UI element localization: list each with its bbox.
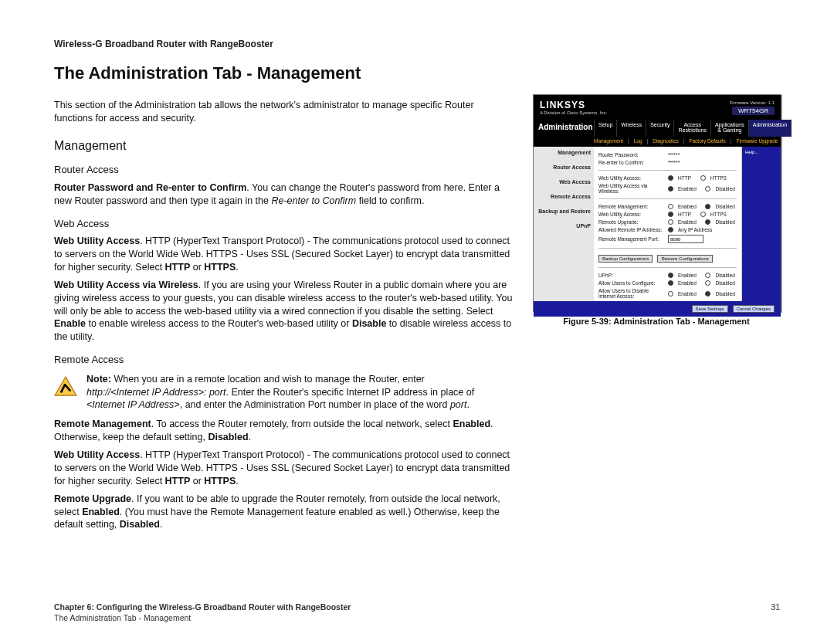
router-body: Management Router Access Web Access Remo… <box>534 147 781 301</box>
text: . <box>466 399 469 410</box>
radio-icon[interactable] <box>668 273 673 278</box>
radio-icon[interactable] <box>705 186 710 192</box>
opt-disabled: Disabled <box>715 280 734 286</box>
text: , and enter the Administration Port numb… <box>180 399 450 410</box>
bold-text: Enabled <box>453 419 490 429</box>
product-header: Wireless-G Broadband Router with RangeBo… <box>54 39 780 49</box>
tab-setup[interactable]: Setup <box>594 120 616 137</box>
router-nav: Administration Setup Wireless Security A… <box>534 120 781 137</box>
port-input[interactable] <box>668 235 703 243</box>
opt-enabled: Enabled <box>678 219 697 225</box>
value-reenter: ****** <box>668 160 680 165</box>
subtab-log[interactable]: Log <box>634 138 642 144</box>
bold-text: Remote Upgrade <box>54 493 131 504</box>
bold-text: HTTPS <box>204 476 236 486</box>
side-web-access: Web Access <box>537 179 591 185</box>
opt-enabled: Enabled <box>678 280 697 286</box>
router-tabs: Setup Wireless Security Access Restricti… <box>594 120 815 137</box>
opt-disabled: Disabled <box>715 204 734 209</box>
router-form: Router Password:****** Re-enter to Confi… <box>594 147 742 301</box>
save-settings-button[interactable]: Save Settings <box>692 305 728 313</box>
subtab-factory-defaults[interactable]: Factory Defaults <box>690 138 726 144</box>
radio-icon[interactable] <box>668 280 673 286</box>
intro-paragraph: This section of the Administration tab a… <box>54 99 514 125</box>
italic-text: http://<Internet IP Address>: port <box>86 387 225 398</box>
management-heading: Management <box>54 137 514 154</box>
radio-icon[interactable] <box>668 175 673 181</box>
subtab-management[interactable]: Management <box>594 138 623 144</box>
bold-text: HTTP <box>165 262 191 273</box>
radio-icon[interactable] <box>668 186 673 192</box>
tab-security[interactable]: Security <box>646 120 673 137</box>
label-wua: Web Utility Access: <box>598 175 665 181</box>
bold-text: Remote Management <box>54 419 151 429</box>
tab-applications-gaming[interactable]: Applications & Gaming <box>710 120 748 137</box>
radio-icon[interactable] <box>668 212 673 217</box>
subtab-diagnostics[interactable]: Diagnostics <box>653 138 679 144</box>
label-wua-wireless: Web Utility Access via Wireless: <box>598 183 665 194</box>
router-nav-title: Administration <box>534 120 594 137</box>
text: to enable wireless access to the Router'… <box>86 318 352 329</box>
side-upnp: UPnP <box>537 223 591 229</box>
opt-disabled: Disabled <box>715 219 734 225</box>
text-column: This section of the Administration tab a… <box>54 94 514 536</box>
cancel-changes-button[interactable]: Cancel Changes <box>733 305 775 313</box>
router-side-labels: Management Router Access Web Access Remo… <box>534 147 594 301</box>
radio-icon[interactable] <box>705 291 710 297</box>
label-router-password: Router Password: <box>598 152 665 158</box>
italic-text: port <box>450 399 467 410</box>
radio-icon[interactable] <box>705 219 710 225</box>
italic-text: <Internet IP Address> <box>86 399 180 410</box>
router-screenshot: LINKSYS A Division of Cisco Systems, Inc… <box>533 94 781 312</box>
restore-button[interactable]: Restore Configurations <box>657 255 712 263</box>
router-header: LINKSYS A Division of Cisco Systems, Inc… <box>534 95 781 120</box>
section-title: The Administration Tab - Management <box>54 63 780 83</box>
tab-status[interactable]: Status <box>791 120 815 137</box>
tab-wireless[interactable]: Wireless <box>616 120 646 137</box>
text: . <box>236 262 238 273</box>
radio-icon[interactable] <box>705 273 710 278</box>
tab-administration[interactable]: Administration <box>748 120 791 137</box>
backup-button[interactable]: Backup Configurations <box>598 255 653 263</box>
label-remote-mgmt: Remote Management: <box>598 204 665 209</box>
remote-mgmt-paragraph: Remote Management. To access the Router … <box>54 418 514 444</box>
radio-icon[interactable] <box>668 291 673 297</box>
radio-icon[interactable] <box>668 219 673 225</box>
opt-disabled: Disabled <box>715 273 734 278</box>
text: or <box>190 262 204 273</box>
subtab-firmware-upgrade[interactable]: Firmware Upgrade <box>737 138 778 144</box>
opt-enabled: Enabled <box>678 204 697 209</box>
radio-icon[interactable] <box>705 280 710 286</box>
bold-text: Disabled <box>208 432 248 442</box>
bold-text: Web Utility Access via Wireless <box>54 280 198 290</box>
note-text: Note: When you are in a remote location … <box>86 373 514 412</box>
label-remote-upgrade: Remote Upgrade: <box>598 219 665 225</box>
bold-text: Router Password and Re-enter to Confirm <box>54 182 246 193</box>
router-logo-block: LINKSYS A Division of Cisco Systems, Inc… <box>540 100 607 115</box>
radio-icon[interactable] <box>700 175 706 181</box>
radio-icon[interactable] <box>668 227 673 232</box>
radio-icon[interactable] <box>705 204 710 209</box>
bold-text: HTTPS <box>204 262 236 273</box>
text: When you are in a remote location and wi… <box>111 374 425 385</box>
opt-https: HTTPS <box>710 212 727 217</box>
radio-icon[interactable] <box>700 212 706 217</box>
italic-text: Re-enter to Confirm <box>271 195 356 206</box>
bold-text: Web Utility Access <box>54 449 140 460</box>
radio-icon[interactable] <box>668 204 673 209</box>
web-access-p1: Web Utility Access. HTTP (HyperText Tran… <box>54 235 514 274</box>
remote-access-heading: Remote Access <box>54 353 514 367</box>
label-port: Remote Management Port: <box>598 236 665 242</box>
help-link[interactable]: Help... <box>745 150 758 154</box>
bold-text: Enabled <box>82 507 120 517</box>
opt-anyip: Any IP Address <box>678 227 712 232</box>
opt-disabled: Disabled <box>715 291 734 297</box>
bold-text: Enable <box>54 318 86 329</box>
warning-triangle-icon <box>54 376 77 396</box>
tab-access-restrictions[interactable]: Access Restrictions <box>673 120 710 137</box>
router-help-panel: Help... <box>742 147 781 301</box>
opt-enabled: Enabled <box>678 273 697 278</box>
text: . <box>249 432 251 442</box>
label-wua2: Web Utility Access: <box>598 212 665 217</box>
bold-text: Note: <box>86 374 111 385</box>
